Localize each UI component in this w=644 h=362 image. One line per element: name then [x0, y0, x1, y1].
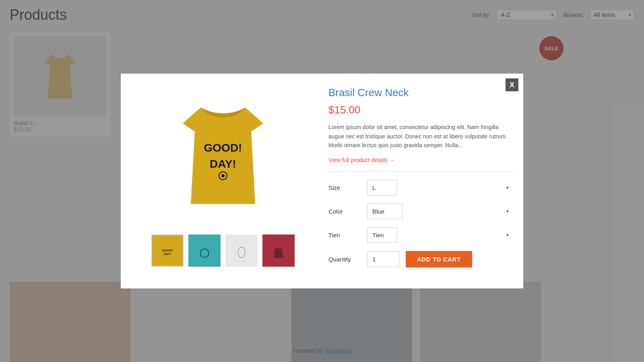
color-label: Color	[328, 208, 361, 215]
quantity-row: Quantity ADD TO CART	[328, 251, 514, 267]
color-option-row: Color Blue Yellow Teal White Red	[328, 204, 514, 219]
add-to-cart-button[interactable]: ADD TO CART	[406, 251, 472, 267]
modal-body: GOOD! DAY! GOOD! DAY!	[121, 74, 523, 288]
quantity-label: Quantity	[328, 256, 361, 263]
modal-image-section: GOOD! DAY! GOOD! DAY!	[130, 83, 316, 278]
main-product-shirt-svg: GOOD! DAY!	[167, 95, 279, 216]
tien-label: Tien	[328, 232, 361, 239]
svg-text:DAY!: DAY!	[164, 252, 171, 256]
thumb-shirt-yellow: GOOD! DAY!	[155, 238, 180, 264]
product-price: $15.00	[328, 104, 514, 116]
main-product-image: GOOD! DAY!	[155, 83, 291, 228]
color-select[interactable]: Blue Yellow Teal White Red	[367, 204, 403, 219]
tien-select[interactable]: Tien	[367, 227, 397, 243]
product-modal: X GOOD! DAY!	[121, 74, 523, 288]
modal-overlay: X GOOD! DAY!	[0, 0, 644, 362]
tien-option-row: Tien Tien	[328, 227, 514, 243]
thumbnail-teal[interactable]	[188, 234, 221, 267]
product-details-link[interactable]: View full product details →	[328, 157, 395, 163]
thumb-shirt-red	[266, 238, 291, 264]
thumb-shirt-teal	[192, 238, 217, 264]
thumbnail-red[interactable]	[262, 234, 295, 267]
thumb-shirt-white	[229, 238, 254, 264]
svg-text:GOOD!: GOOD!	[162, 249, 173, 252]
color-select-wrapper[interactable]: Blue Yellow Teal White Red	[367, 204, 514, 219]
size-select[interactable]: XS S M L XL XXL	[367, 180, 397, 195]
thumbnail-yellow[interactable]: GOOD! DAY!	[151, 234, 184, 267]
details-divider	[328, 171, 514, 172]
size-label: Size	[328, 184, 361, 191]
size-select-wrapper[interactable]: XS S M L XL XXL	[367, 180, 514, 195]
svg-text:GOOD!: GOOD!	[204, 142, 242, 154]
thumbnail-row: GOOD! DAY!	[151, 234, 295, 267]
product-name: Brasil Crew Neck	[328, 86, 514, 99]
tien-select-wrapper[interactable]: Tien	[367, 227, 514, 243]
modal-close-button[interactable]: X	[506, 78, 518, 91]
quantity-input[interactable]	[367, 251, 399, 267]
product-description: Lorem ipsum dolor sit amet, consectetur …	[328, 123, 514, 150]
modal-details-section: Brasil Crew Neck $15.00 Lorem ipsum dolo…	[328, 83, 514, 278]
thumbnail-white[interactable]	[225, 234, 258, 267]
svg-text:DAY!: DAY!	[210, 158, 236, 170]
size-option-row: Size XS S M L XL XXL	[328, 180, 514, 195]
svg-point-3	[221, 174, 225, 177]
